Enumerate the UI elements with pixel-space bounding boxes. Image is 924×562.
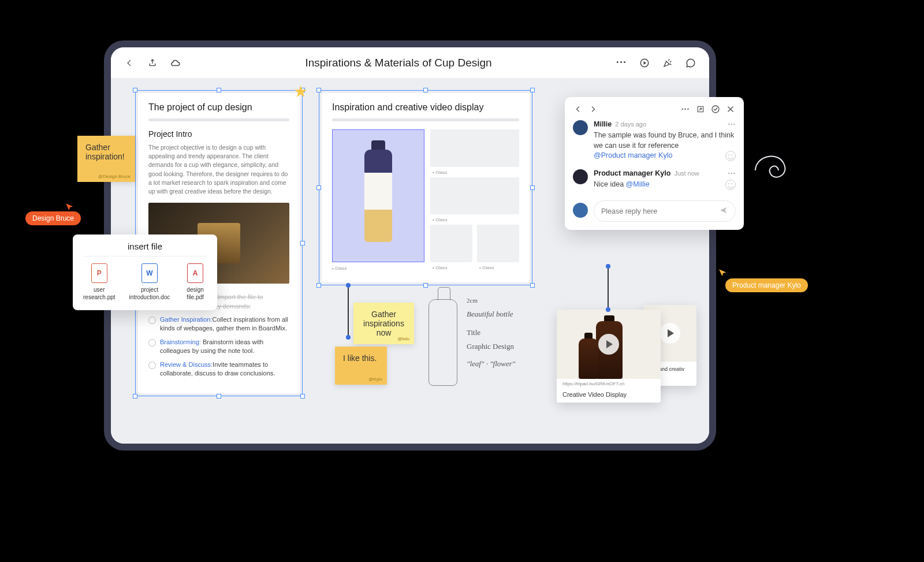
top-toolbar: Inspirations & Materials of Cup Design ·… bbox=[111, 47, 709, 79]
checklist-item[interactable]: Brainstorming: Brainstorm ideas with col… bbox=[148, 336, 289, 358]
export-icon[interactable] bbox=[144, 55, 161, 71]
prev-comment-icon[interactable] bbox=[573, 104, 583, 114]
close-icon[interactable] bbox=[725, 104, 736, 114]
inspiration-thumb[interactable]: • Glass bbox=[430, 177, 519, 215]
next-comment-icon[interactable] bbox=[588, 104, 598, 114]
checklist-item[interactable]: Review & Discuss:Invite teammates to col… bbox=[148, 358, 289, 381]
avatar bbox=[573, 203, 588, 218]
connector-line bbox=[608, 266, 609, 310]
comments-panel[interactable]: ··· Millie2 days ago ··· The sample was … bbox=[565, 97, 744, 230]
comment-time: 2 days ago bbox=[615, 121, 646, 128]
video-card[interactable]: https://tripad.hu/GRKmOFT.cn Creative Vi… bbox=[557, 310, 661, 403]
pdf-icon: A bbox=[187, 263, 203, 283]
divider bbox=[83, 256, 207, 256]
reply-field[interactable] bbox=[601, 207, 713, 215]
comment-icon[interactable] bbox=[683, 55, 699, 71]
sketch-bottle bbox=[429, 299, 457, 386]
play-icon[interactable] bbox=[598, 334, 619, 355]
project-intro-heading: Project Intro bbox=[148, 129, 289, 139]
selection-frame-inspiration[interactable]: Inspiration and creative video display •… bbox=[319, 90, 532, 285]
more-icon[interactable]: ··· bbox=[613, 55, 629, 71]
react-icon[interactable] bbox=[725, 151, 736, 161]
avatar bbox=[573, 120, 588, 135]
popover-title: insert file bbox=[83, 241, 207, 251]
inspiration-thumb[interactable]: • Glass bbox=[477, 225, 519, 262]
back-icon[interactable] bbox=[121, 55, 137, 71]
react-icon[interactable] bbox=[725, 180, 736, 190]
project-card-title: The project of cup design bbox=[148, 102, 289, 113]
document-title[interactable]: Inspirations & Materials of Cup Design bbox=[191, 57, 606, 69]
inspiration-card-title: Inspiration and creative video display bbox=[332, 102, 519, 113]
inspiration-thumb[interactable]: • Glass bbox=[430, 225, 472, 262]
svg-point-2 bbox=[712, 106, 719, 113]
comment-item: Product manager KyloJust now ··· Nice id… bbox=[573, 169, 736, 190]
project-intro-text: The project objective is to design a cup… bbox=[148, 143, 289, 196]
star-icon: ★ bbox=[293, 82, 308, 101]
cursor-label-kylo: Product manager Kylo bbox=[725, 278, 808, 292]
comment-time: Just now bbox=[674, 170, 699, 177]
reply-input[interactable] bbox=[594, 200, 736, 222]
insert-file-popover[interactable]: insert file P user research.ppt W projec… bbox=[73, 235, 217, 310]
file-option-ppt[interactable]: P user research.ppt bbox=[83, 263, 116, 301]
popout-icon[interactable] bbox=[695, 104, 706, 114]
comment-text: The sample was found by Bruce, and I thi… bbox=[594, 131, 736, 161]
video-caption: Creative Video Display bbox=[557, 386, 661, 403]
sticky-note-gather-inspiration[interactable]: Gather inspiration! @Design Bruce bbox=[77, 136, 135, 182]
bottle-illustration bbox=[364, 150, 392, 242]
avatar bbox=[573, 169, 588, 184]
comment-author: Product manager Kylo bbox=[594, 169, 670, 177]
sticky-note-like[interactable]: I like this. @Kylo bbox=[335, 347, 387, 385]
cursor-pointer-kylo bbox=[718, 268, 728, 278]
ppt-icon: P bbox=[91, 263, 107, 283]
file-option-doc[interactable]: W project introduction.doc bbox=[129, 263, 170, 301]
connector-line bbox=[348, 285, 349, 337]
cloud-sync-icon[interactable] bbox=[167, 55, 184, 71]
send-icon[interactable] bbox=[719, 206, 728, 217]
main-inspiration-image[interactable] bbox=[332, 129, 424, 262]
inspiration-card: Inspiration and creative video display •… bbox=[322, 93, 530, 282]
checklist-item[interactable]: Gather Inspiration:Collect inspirations … bbox=[148, 313, 289, 336]
comment-more-icon[interactable]: ··· bbox=[728, 169, 736, 177]
doodle-spiral bbox=[750, 144, 802, 196]
divider bbox=[148, 118, 289, 121]
video-url: https://tripad.hu/GRKmOFT.cn bbox=[557, 379, 661, 386]
party-icon[interactable] bbox=[660, 55, 676, 71]
play-icon[interactable] bbox=[660, 323, 680, 344]
comment-author: Millie bbox=[594, 120, 612, 128]
resolve-icon[interactable] bbox=[710, 104, 721, 114]
play-circle-icon[interactable] bbox=[636, 55, 653, 71]
file-option-pdf[interactable]: A design file.pdf bbox=[184, 263, 207, 301]
sketch-annotations: 2cm Beautiful bottle Title Graphic Desig… bbox=[429, 299, 550, 386]
divider bbox=[332, 118, 519, 121]
inspiration-thumb[interactable]: • Glass bbox=[430, 129, 519, 167]
cursor-label-bruce: Design Bruce bbox=[25, 211, 81, 225]
comment-text: Nice idea @Millie bbox=[594, 180, 736, 190]
more-icon[interactable]: ··· bbox=[680, 104, 691, 114]
doc-icon: W bbox=[141, 263, 158, 283]
comment-item: Millie2 days ago ··· The sample was foun… bbox=[573, 120, 736, 161]
comment-more-icon[interactable]: ··· bbox=[728, 120, 736, 128]
sticky-note-gather-now[interactable]: Gather inspirations now @lulu bbox=[353, 303, 414, 344]
